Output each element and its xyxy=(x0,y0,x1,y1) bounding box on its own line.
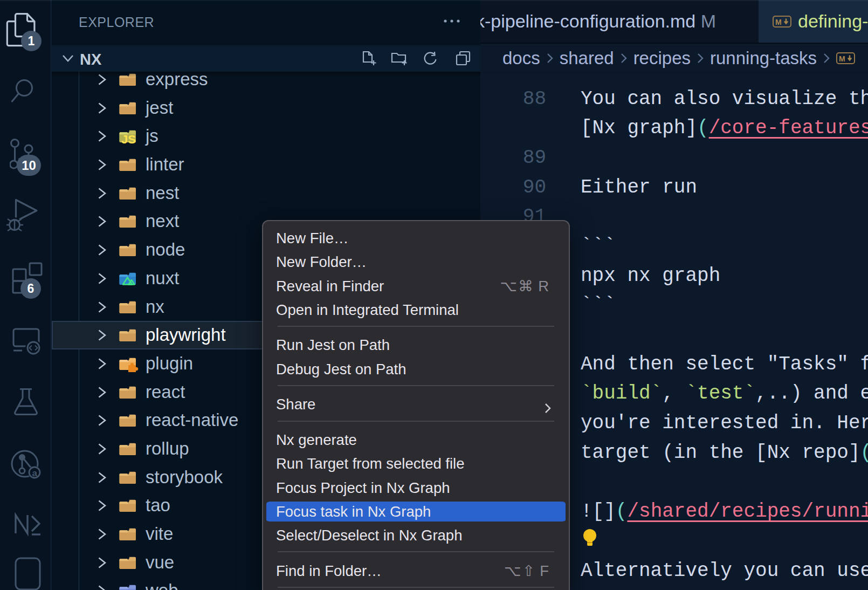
svg-text:M: M xyxy=(839,54,845,63)
svg-text:M: M xyxy=(775,18,782,26)
svg-text:a: a xyxy=(32,468,37,478)
